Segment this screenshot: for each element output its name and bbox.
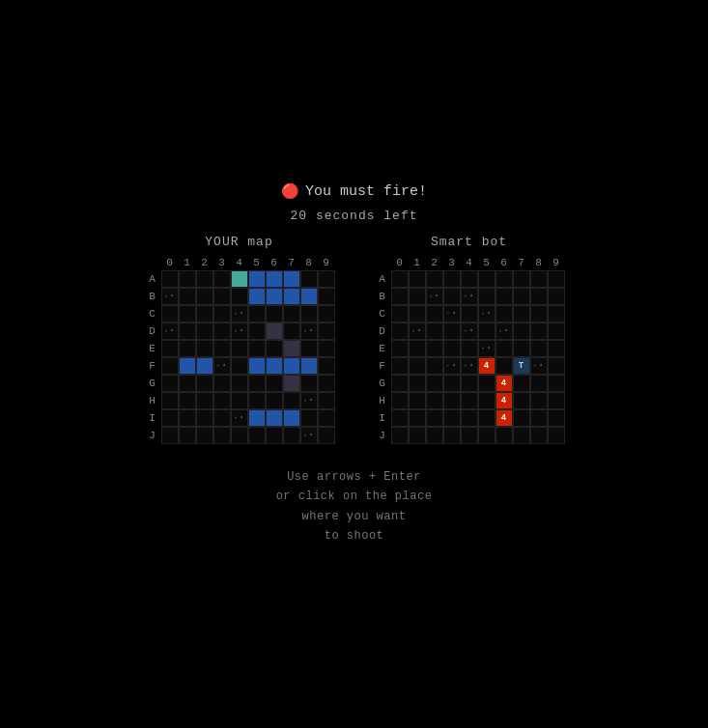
cell-E-2[interactable] (426, 340, 443, 357)
cell-B-7[interactable] (513, 288, 530, 305)
cell-I-6[interactable]: 4 (496, 409, 513, 427)
cell-B-5[interactable] (478, 288, 496, 305)
cell-J-8[interactable] (530, 427, 548, 444)
cell-E-8[interactable] (530, 340, 548, 357)
cell-F-0[interactable] (391, 357, 409, 375)
cell-D-0[interactable] (391, 322, 409, 340)
cell-A-7[interactable] (513, 270, 530, 288)
cell-B-6[interactable] (496, 288, 513, 305)
cell-C-8[interactable] (530, 305, 548, 322)
cell-E-5[interactable]: · (478, 340, 496, 357)
cell-D-9[interactable] (548, 322, 565, 340)
cell-F-2[interactable] (426, 357, 443, 375)
cell-J-2[interactable] (426, 427, 443, 444)
cell-A-8[interactable] (530, 270, 548, 288)
cell-J-3[interactable] (443, 427, 461, 444)
cell-A-4[interactable] (461, 270, 478, 288)
cell-D-4[interactable]: · (461, 322, 478, 340)
cell-J-0[interactable] (391, 427, 409, 444)
cell-F-4[interactable]: · (461, 357, 478, 375)
cell-E-4[interactable] (461, 340, 478, 357)
cell-B-1[interactable] (409, 288, 426, 305)
cell-I-8[interactable] (530, 409, 548, 427)
cell-D-8[interactable] (530, 322, 548, 340)
cell-I-9[interactable] (548, 409, 565, 427)
cell-A-1[interactable] (409, 270, 426, 288)
cell-A-3[interactable] (443, 270, 461, 288)
cell-I-7[interactable] (513, 409, 530, 427)
cell-E-0[interactable] (391, 340, 409, 357)
cell-J-9[interactable] (548, 427, 565, 444)
cell-C-6[interactable] (496, 305, 513, 322)
cell-D-6[interactable]: · (496, 322, 513, 340)
cell-B-2[interactable]: · (426, 288, 443, 305)
cell-H-1[interactable] (409, 392, 426, 409)
cell-F-1[interactable] (409, 357, 426, 375)
cell-I-5[interactable] (478, 409, 496, 427)
cell-H-4[interactable] (461, 392, 478, 409)
cell-C-1[interactable] (409, 305, 426, 322)
cell-I-1[interactable] (409, 409, 426, 427)
cell-B-4[interactable]: · (461, 288, 478, 305)
cell-H-0[interactable] (391, 392, 409, 409)
cell-C-3[interactable]: · (443, 305, 461, 322)
cell-G-8[interactable] (530, 375, 548, 392)
cell-B-8[interactable] (530, 288, 548, 305)
cell-H-7[interactable] (513, 392, 530, 409)
cell-G-6[interactable]: 4 (496, 375, 513, 392)
cell-F-8[interactable]: · (530, 357, 548, 375)
cell-A-9[interactable] (548, 270, 565, 288)
cell-G-4[interactable] (461, 375, 478, 392)
cell-I-4[interactable] (461, 409, 478, 427)
cell-F-5[interactable]: 4 (478, 357, 496, 375)
cell-F-3[interactable]: · (443, 357, 461, 375)
cell-J-6[interactable] (496, 427, 513, 444)
cell-H-5[interactable] (478, 392, 496, 409)
cell-C-2[interactable] (426, 305, 443, 322)
cell-A-5[interactable] (478, 270, 496, 288)
cell-G-7[interactable] (513, 375, 530, 392)
cell-G-1[interactable] (409, 375, 426, 392)
cell-B-0[interactable] (391, 288, 409, 305)
cell-F-9[interactable] (548, 357, 565, 375)
cell-A-6[interactable] (496, 270, 513, 288)
cell-I-3[interactable] (443, 409, 461, 427)
cell-B-9[interactable] (548, 288, 565, 305)
cell-H-6[interactable]: 4 (496, 392, 513, 409)
cell-C-5[interactable]: · (478, 305, 496, 322)
cell-D-1[interactable]: · (409, 322, 426, 340)
cell-D-5[interactable] (478, 322, 496, 340)
cell-E-6[interactable] (496, 340, 513, 357)
cell-H-3[interactable] (443, 392, 461, 409)
cell-G-5[interactable] (478, 375, 496, 392)
cell-B-3[interactable] (443, 288, 461, 305)
cell-F-7[interactable]: T (513, 357, 530, 375)
cell-D-2[interactable] (426, 322, 443, 340)
cell-G-2[interactable] (426, 375, 443, 392)
cell-I-2[interactable] (426, 409, 443, 427)
cell-C-4[interactable] (461, 305, 478, 322)
cell-A-0[interactable] (391, 270, 409, 288)
cell-C-0[interactable] (391, 305, 409, 322)
cell-E-9[interactable] (548, 340, 565, 357)
cell-A-2[interactable] (426, 270, 443, 288)
cell-G-9[interactable] (548, 375, 565, 392)
cell-J-1[interactable] (409, 427, 426, 444)
cell-I-0[interactable] (391, 409, 409, 427)
cell-G-0[interactable] (391, 375, 409, 392)
cell-H-9[interactable] (548, 392, 565, 409)
cell-E-1[interactable] (409, 340, 426, 357)
cell-C-9[interactable] (548, 305, 565, 322)
cell-E-3[interactable] (443, 340, 461, 357)
cell-G-3[interactable] (443, 375, 461, 392)
cell-J-4[interactable] (461, 427, 478, 444)
cell-F-6[interactable] (496, 357, 513, 375)
cell-E-7[interactable] (513, 340, 530, 357)
cell-C-7[interactable] (513, 305, 530, 322)
cell-D-7[interactable] (513, 322, 530, 340)
cell-D-3[interactable] (443, 322, 461, 340)
cell-J-7[interactable] (513, 427, 530, 444)
cell-H-2[interactable] (426, 392, 443, 409)
cell-H-8[interactable] (530, 392, 548, 409)
cell-J-5[interactable] (478, 427, 496, 444)
